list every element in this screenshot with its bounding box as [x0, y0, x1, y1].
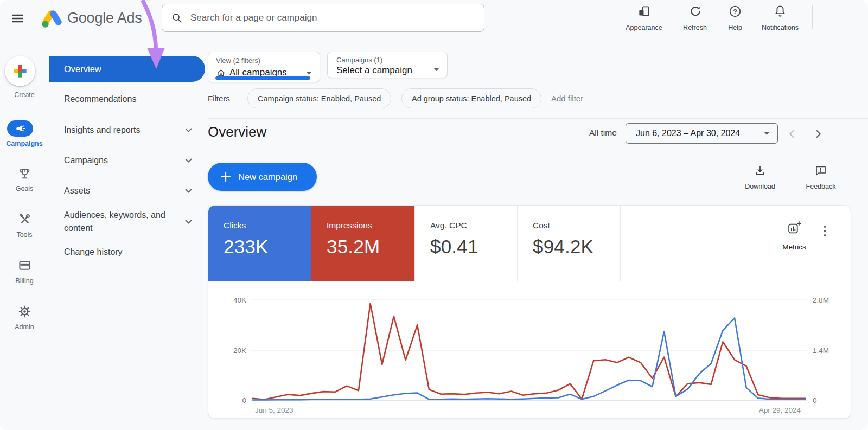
rail-item-campaigns[interactable]: [7, 120, 33, 137]
add-filter-button[interactable]: Add filter: [551, 94, 583, 103]
section-divider: [208, 201, 868, 201]
chevron-down-icon: [185, 189, 192, 193]
nav-label-audiences: Audiences, keywords, and content: [64, 209, 182, 235]
scorecard-value: $0.41: [430, 236, 517, 258]
date-range-picker[interactable]: Jun 6, 2023 – Apr 30, 2024: [626, 123, 778, 144]
scorecard-label: Avg. CPC: [430, 221, 517, 230]
view-filter-dropdown[interactable]: View (2 filters) All campaigns: [208, 52, 320, 82]
filter-chip-ad-group-status[interactable]: Ad group status: Enabled, Paused: [401, 88, 541, 108]
download-button[interactable]: Download: [734, 163, 786, 191]
impressions-line-series: [253, 304, 805, 400]
campaign-dropdown-value: Select a campaign: [336, 65, 412, 76]
left-axis-tick: 40K: [233, 296, 246, 304]
rail-item-tools[interactable]: [0, 213, 49, 226]
rail-item-admin[interactable]: [0, 305, 49, 318]
svg-text:?: ?: [733, 8, 737, 16]
overview-chart-card: Clicks 233K Impressions 35.2M Avg. CPC $…: [208, 205, 851, 419]
rail-label-goals: Goals: [0, 185, 49, 192]
trophy-icon: [18, 167, 31, 181]
chevron-left-icon: [786, 128, 798, 140]
chip-label: Campaign status: Enabled, Paused: [258, 94, 381, 103]
plus-icon: [221, 172, 231, 182]
search-icon: [171, 12, 183, 24]
search-input[interactable]: [189, 12, 475, 24]
rail-label-create: Create: [0, 91, 49, 99]
caret-down-icon: [764, 132, 770, 135]
main-menu-button[interactable]: [8, 9, 27, 28]
rail-item-billing[interactable]: [0, 259, 49, 272]
appearance-label: Appearance: [626, 24, 662, 31]
notifications-button[interactable]: Notifications: [756, 3, 805, 34]
metrics-icon: [787, 221, 802, 235]
feedback-label: Feedback: [806, 183, 836, 190]
x-axis-end-label: Apr 29, 2024: [759, 406, 801, 414]
filters-label: Filters: [208, 94, 230, 103]
nav-label-overview: Overview: [64, 64, 101, 74]
chip-label: Ad group status: Enabled, Paused: [412, 94, 531, 103]
topbar-divider: [812, 5, 813, 29]
gear-icon: [18, 305, 31, 318]
rail-label-tools: Tools: [0, 231, 49, 239]
rail-item-goals[interactable]: [0, 167, 49, 181]
scorecard-value: 233K: [224, 236, 311, 258]
scorecard-cost[interactable]: Cost $94.2K: [518, 206, 621, 281]
google-ads-logo[interactable]: [41, 7, 65, 31]
help-button[interactable]: ? Help: [711, 3, 760, 34]
right-axis-tick: 2.8M: [813, 296, 829, 304]
scorecard-clicks[interactable]: Clicks 233K: [208, 206, 311, 281]
feedback-icon: [814, 164, 827, 177]
notifications-icon: [773, 4, 787, 18]
google-ads-logo-icon: [41, 7, 65, 29]
nav-label-recommendations: Recommendations: [64, 93, 136, 106]
clicks-line-series: [253, 318, 805, 400]
scorecard-label: Cost: [533, 221, 620, 230]
nav-item-campaigns[interactable]: Campaigns: [49, 150, 205, 171]
rail-label-campaigns: Campaigns: [0, 140, 49, 147]
rail-label-billing: Billing: [0, 277, 49, 285]
active-view-indicator: [215, 76, 310, 80]
nav-item-audiences-keywords-content[interactable]: Audiences, keywords, and content: [49, 206, 205, 238]
billing-card-icon: [18, 259, 31, 272]
page-title: Overview: [208, 124, 266, 140]
chevron-right-icon: [812, 128, 824, 140]
new-campaign-button[interactable]: New campaign: [208, 163, 317, 191]
filter-chip-campaign-status[interactable]: Campaign status: Enabled, Paused: [247, 88, 391, 108]
global-search[interactable]: [162, 4, 484, 32]
nav-item-recommendations[interactable]: Recommendations: [49, 88, 205, 110]
plus-icon: [12, 63, 28, 79]
refresh-icon: [688, 4, 702, 18]
nav-label-assets: Assets: [64, 184, 90, 197]
brand-title: Google Ads: [67, 10, 142, 27]
nav-item-change-history[interactable]: Change history: [49, 241, 205, 263]
download-icon: [754, 164, 767, 177]
right-axis-tick: 0: [813, 396, 817, 405]
section-divider: [208, 118, 868, 119]
nav-label-campaigns: Campaigns: [64, 154, 108, 167]
help-label: Help: [728, 24, 742, 31]
scorecard-impressions[interactable]: Impressions 35.2M: [311, 206, 414, 281]
next-period-button[interactable]: [809, 125, 827, 143]
nav-item-overview[interactable]: Overview: [49, 56, 205, 82]
appearance-button[interactable]: Appearance: [620, 3, 668, 34]
caret-down-icon: [306, 72, 312, 75]
campaign-select-dropdown[interactable]: Campaigns (1) Select a campaign: [327, 52, 448, 78]
x-axis-start-label: Jun 5, 2023: [255, 406, 293, 414]
metrics-button[interactable]: Metrics: [777, 221, 812, 251]
rail-label-admin: Admin: [0, 323, 49, 331]
scorecard-label: Clicks: [224, 221, 311, 230]
previous-period-button[interactable]: [783, 125, 801, 143]
feedback-button[interactable]: Feedback: [795, 163, 847, 191]
metrics-label: Metrics: [782, 243, 806, 251]
hamburger-icon: [10, 11, 24, 25]
view-dropdown-label: View (2 filters): [216, 56, 260, 65]
scorecard-avg-cpc[interactable]: Avg. CPC $0.41: [414, 206, 518, 281]
nav-item-insights-and-reports[interactable]: Insights and reports: [49, 119, 205, 141]
nav-item-assets[interactable]: Assets: [49, 180, 205, 202]
download-label: Download: [745, 183, 775, 190]
card-more-options-button[interactable]: [819, 224, 830, 238]
help-icon: ?: [728, 4, 742, 18]
tools-icon: [18, 213, 31, 226]
rail-item-create[interactable]: [5, 56, 35, 86]
right-axis-tick: 1.4M: [813, 346, 829, 355]
scorecard-label: Impressions: [327, 221, 414, 230]
